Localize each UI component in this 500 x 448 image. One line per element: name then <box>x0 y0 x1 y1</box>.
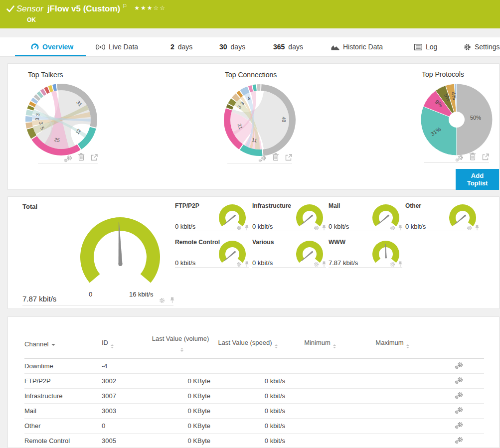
tab-2-days[interactable]: 2days <box>170 37 192 56</box>
sensor-header: SensorjFlow v5 (Custom)⚐★★★☆☆ OK <box>0 0 500 28</box>
table-row[interactable]: Infrastructure3007 0 KByte0 kbit/s <box>24 389 484 404</box>
total-gauge <box>73 210 167 297</box>
channels-table: Channel ID Last Value (volume) Last Valu… <box>24 332 484 448</box>
gears-icon[interactable] <box>64 155 72 162</box>
gears-icon[interactable] <box>258 155 267 162</box>
tab-historic-data[interactable]: Historic Data <box>331 37 383 56</box>
flag-icon[interactable]: ⚐ <box>122 3 127 9</box>
gauge-icon <box>31 43 39 51</box>
gears-icon[interactable] <box>455 154 464 162</box>
channel-settings-gears-icon[interactable] <box>455 392 463 399</box>
total-gauge-toolbar <box>157 297 175 305</box>
column-header-last-value-speed[interactable]: Last Value (speed) <box>210 332 285 359</box>
gauge-value: 0 kbit/s <box>175 259 195 267</box>
top-protocols-toolbar <box>424 152 489 163</box>
top-connections-toolbar <box>227 153 292 163</box>
gauge-value: 0 kbit/s <box>329 223 349 230</box>
table-row[interactable]: FTP/P2P3002 0 KByte0 kbit/s <box>24 374 484 389</box>
toplists-panel: Top Talkers Top Connections Top Protocol… <box>7 63 500 190</box>
gauge-label: Infrastructure <box>252 202 291 209</box>
channel-settings-gears-icon[interactable] <box>455 362 463 369</box>
tab-365-days[interactable]: 365days <box>273 37 303 56</box>
sort-icon <box>406 343 409 350</box>
svg-text:3: 3 <box>34 118 40 121</box>
channel-settings-gears-icon[interactable] <box>455 377 463 384</box>
pin-icon[interactable] <box>169 297 175 305</box>
external-link-icon[interactable] <box>482 153 489 162</box>
trash-icon[interactable] <box>78 153 85 162</box>
top-connections-chord-chart[interactable]: 481121334 <box>222 83 297 157</box>
tab-bar: Overview Live Data 2days 30days 365days … <box>0 37 500 57</box>
channel-settings-gears-icon[interactable] <box>455 437 463 444</box>
gear-icon[interactable] <box>159 298 165 305</box>
sensor-title: jFlow v5 (Custom) <box>47 4 120 13</box>
svg-text:48: 48 <box>281 117 287 123</box>
tab-30-days[interactable]: 30days <box>219 37 245 56</box>
sensor-status-badge: OK <box>27 16 36 23</box>
channels-table-panel: Channel ID Last Value (volume) Last Valu… <box>7 316 500 448</box>
gauge-value: 0 kbit/s <box>252 223 273 230</box>
toplist-title-top-protocols[interactable]: Top Protocols <box>422 70 464 78</box>
add-toplist-button[interactable]: Add Toplist <box>456 169 499 190</box>
gauge-value: 7.87 kbit/s <box>329 259 358 267</box>
gauge-max-label: 16 kbit/s <box>129 291 153 298</box>
gear-icon <box>464 43 471 51</box>
sort-icon <box>275 343 278 350</box>
tab-log[interactable]: Log <box>414 37 437 56</box>
gauge-min-label: 0 <box>89 291 92 298</box>
gauge-label: Remote Control <box>175 239 220 246</box>
tab-overview[interactable]: Overview <box>31 37 73 56</box>
priority-stars[interactable]: ★★★☆☆ <box>134 4 166 11</box>
total-gauge-value: 7.87 kbit/s <box>22 295 56 303</box>
table-header-row: Channel ID Last Value (volume) Last Valu… <box>24 332 484 359</box>
tab-settings[interactable]: Settings <box>464 37 500 56</box>
channel-settings-gears-icon[interactable] <box>455 422 463 429</box>
gauge-label: Various <box>252 239 274 246</box>
column-header-minimum[interactable]: Minimum <box>285 332 355 359</box>
area-chart-icon <box>331 44 339 50</box>
gauge-value: 0 kbit/s <box>252 259 273 267</box>
table-row[interactable]: Mail3003 0 KByte0 kbit/s <box>24 404 484 419</box>
table-row[interactable]: Other0 0 KByte0 kbit/s <box>24 419 484 434</box>
gauge-value: 0 kbit/s <box>405 223 426 230</box>
gauges-panel: Total 0 16 kbit/s 7.87 kbit/s FTP/P2P 0 … <box>7 196 500 309</box>
top-protocols-pie-chart[interactable]: 50%31%9%5%4% <box>419 82 494 157</box>
broadcast-icon <box>96 44 105 50</box>
trash-icon[interactable] <box>469 152 476 162</box>
gauge-label-total: Total <box>22 203 37 210</box>
column-header-id[interactable]: ID <box>102 332 151 359</box>
toplist-title-top-talkers[interactable]: Top Talkers <box>28 71 63 79</box>
column-header-maximum[interactable]: Maximum <box>355 332 430 359</box>
sort-icon <box>180 346 183 353</box>
gauge-label: FTP/P2P <box>175 202 199 209</box>
status-ok-check-icon <box>6 5 14 14</box>
gauge-label: WWW <box>329 239 345 246</box>
gauge-label: Other <box>405 202 421 209</box>
trash-icon[interactable] <box>272 153 279 162</box>
sort-icon <box>333 343 336 350</box>
table-row[interactable]: Downtime-4 <box>24 359 484 374</box>
channel-settings-gears-icon[interactable] <box>455 407 463 414</box>
log-icon <box>414 44 422 50</box>
external-link-icon[interactable] <box>285 154 292 162</box>
gauge-label: Mail <box>329 202 340 209</box>
toplist-title-top-connections[interactable]: Top Connections <box>225 71 277 79</box>
top-talkers-chord-chart[interactable]: 3112255333 <box>24 82 99 157</box>
column-header-channel[interactable]: Channel <box>24 332 102 359</box>
top-talkers-toolbar <box>38 153 98 163</box>
gauge-value: 0 kbit/s <box>175 223 195 230</box>
external-link-icon[interactable] <box>91 154 98 162</box>
column-header-last-value-volume[interactable]: Last Value (volume) <box>151 332 210 359</box>
sort-desc-icon <box>51 344 55 348</box>
svg-text:50%: 50% <box>470 115 481 121</box>
sort-icon <box>111 343 114 350</box>
table-row[interactable]: Remote Control3005 0 KByte0 kbit/s <box>24 434 484 448</box>
object-kind-label: Sensor <box>16 4 43 13</box>
tab-live-data[interactable]: Live Data <box>96 37 138 56</box>
